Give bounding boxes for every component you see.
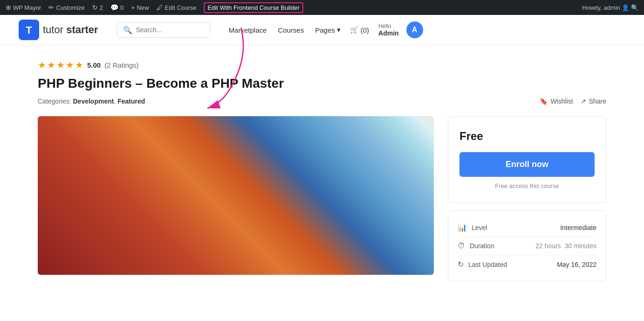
search-icon: 🔍 xyxy=(123,26,132,35)
share-icon: ↗ xyxy=(581,98,586,105)
share-label: Share xyxy=(589,98,606,105)
star-2: ★ xyxy=(47,59,55,70)
admin-bar-right: Howdy, admin 👤 🔍 xyxy=(582,4,638,11)
last-updated-value: May 16, 2022 xyxy=(557,261,596,268)
wishlist-button[interactable]: 🔖 Wishlist xyxy=(540,98,573,105)
rating-count: (2 Ratings) xyxy=(104,61,138,69)
cart-link[interactable]: 🛒 (0) xyxy=(350,26,369,34)
logo-svg: T xyxy=(19,20,39,40)
revisions-count: 2 xyxy=(100,4,103,11)
wishlist-label: Wishlist xyxy=(550,98,573,105)
rating-row: ★ ★ ★ ★ ★ 5.00 (2 Ratings) xyxy=(38,59,606,70)
revisions-icon: ↻ xyxy=(92,4,98,11)
course-body: Free Enroll now Free access this course … xyxy=(38,116,606,281)
cart-count: (0) xyxy=(361,26,369,34)
edit-with-builder-button[interactable]: Edit With Frontend Course Builder xyxy=(204,2,303,13)
star-3: ★ xyxy=(56,59,65,70)
enroll-button[interactable]: Enroll now xyxy=(459,152,595,177)
main-content: ★ ★ ★ ★ ★ 5.00 (2 Ratings) PHP Beginners… xyxy=(19,59,625,281)
star-4: ★ xyxy=(66,59,74,70)
free-access-text: Free access this course xyxy=(459,182,595,189)
category-development[interactable]: Development xyxy=(73,98,114,105)
edit-course-link[interactable]: 🖊 Edit Course xyxy=(157,4,197,11)
user-greeting: Hello xyxy=(378,23,399,29)
user-info[interactable]: Hello Admin A xyxy=(378,21,423,38)
wp-mayor-label: WP Mayor xyxy=(13,4,41,11)
user-name: Admin xyxy=(378,29,399,37)
duration-row: ⏱ Duration 22 hours 30 minutes xyxy=(458,237,596,255)
site-header: T tutor starter 🔍 Marketplace Courses Pa… xyxy=(0,15,644,45)
svg-text:T: T xyxy=(26,24,32,36)
admin-bar: ⊕ WP Mayor ✏ Customize ↻ 2 💬 0 + New 🖊 E… xyxy=(0,0,644,15)
level-value: Intermediate xyxy=(560,224,596,231)
comments-count: 0 xyxy=(120,4,123,11)
rating-value: 5.00 xyxy=(87,61,101,69)
admin-bar-left: ⊕ WP Mayor ✏ Customize ↻ 2 💬 0 + New 🖊 E… xyxy=(6,2,303,13)
duration-value: 22 hours 30 minutes xyxy=(534,242,596,250)
admin-avatar-icon: 👤 xyxy=(622,4,629,11)
customize-icon: ✏ xyxy=(48,4,54,11)
category-featured[interactable]: Featured xyxy=(117,98,145,105)
wp-mayor-link[interactable]: ⊕ WP Mayor xyxy=(6,4,41,11)
wishlist-icon: 🔖 xyxy=(540,98,548,105)
search-input[interactable] xyxy=(136,26,204,34)
share-button[interactable]: ↗ Share xyxy=(581,98,606,105)
categories-label: Categories: xyxy=(38,98,71,105)
cart-icon: 🛒 xyxy=(350,26,359,34)
logo-text: tutor starter xyxy=(43,24,98,36)
course-image-inner xyxy=(38,116,434,275)
duration-icon: ⏱ xyxy=(458,242,465,250)
customize-link[interactable]: ✏ Customize xyxy=(48,4,84,11)
course-meta-card: 📊 Level Intermediate ⏱ Duration 22 hours… xyxy=(448,210,606,281)
edit-icon: 🖊 xyxy=(157,4,163,11)
course-image xyxy=(38,116,434,275)
last-updated-label-group: ↻ Last Updated xyxy=(458,260,507,269)
duration-label: Duration xyxy=(470,242,494,250)
chevron-down-icon: ▾ xyxy=(337,26,341,34)
nav-marketplace[interactable]: Marketplace xyxy=(229,26,267,34)
last-updated-row: ↻ Last Updated May 16, 2022 xyxy=(458,255,596,273)
star-rating: ★ ★ ★ ★ ★ xyxy=(38,59,83,70)
howdy-text: Howdy, admin xyxy=(582,4,620,11)
wp-icon: ⊕ xyxy=(6,4,11,11)
last-updated-icon: ↻ xyxy=(458,260,464,269)
main-nav: Marketplace Courses Pages ▾ xyxy=(229,26,341,34)
star-1: ★ xyxy=(38,59,46,70)
nav-pages[interactable]: Pages ▾ xyxy=(315,26,341,34)
level-label-group: 📊 Level xyxy=(458,223,487,232)
course-title: PHP Beginners – Become a PHP Master xyxy=(38,76,606,91)
new-link[interactable]: + New xyxy=(131,4,149,11)
duration-label-group: ⏱ Duration xyxy=(458,242,494,250)
comments-link[interactable]: 💬 0 xyxy=(110,4,123,11)
level-label: Level xyxy=(472,224,487,231)
course-price: Free xyxy=(459,130,595,143)
comments-icon: 💬 xyxy=(110,4,118,11)
edit-course-label: Edit Course xyxy=(165,4,197,11)
customize-label: Customize xyxy=(56,4,84,11)
revisions-link[interactable]: ↻ 2 xyxy=(92,4,103,11)
course-sidebar: Free Enroll now Free access this course … xyxy=(448,116,606,281)
avatar[interactable]: A xyxy=(406,21,423,38)
search-box[interactable]: 🔍 xyxy=(117,22,210,38)
categories-section: Categories: Development, Featured xyxy=(38,98,145,105)
enroll-card: Free Enroll now Free access this course xyxy=(448,116,606,203)
last-updated-label: Last Updated xyxy=(468,261,507,268)
level-icon: 📊 xyxy=(458,223,467,232)
categories-row: Categories: Development, Featured 🔖 Wish… xyxy=(38,98,606,105)
star-5: ★ xyxy=(75,59,83,70)
site-logo[interactable]: T tutor starter xyxy=(19,20,98,40)
nav-courses[interactable]: Courses xyxy=(278,26,304,34)
search-admin-icon[interactable]: 🔍 xyxy=(631,4,638,11)
course-actions: 🔖 Wishlist ↗ Share xyxy=(540,98,606,105)
new-label: New xyxy=(137,4,149,11)
level-row: 📊 Level Intermediate xyxy=(458,218,596,237)
new-icon: + xyxy=(131,4,135,11)
